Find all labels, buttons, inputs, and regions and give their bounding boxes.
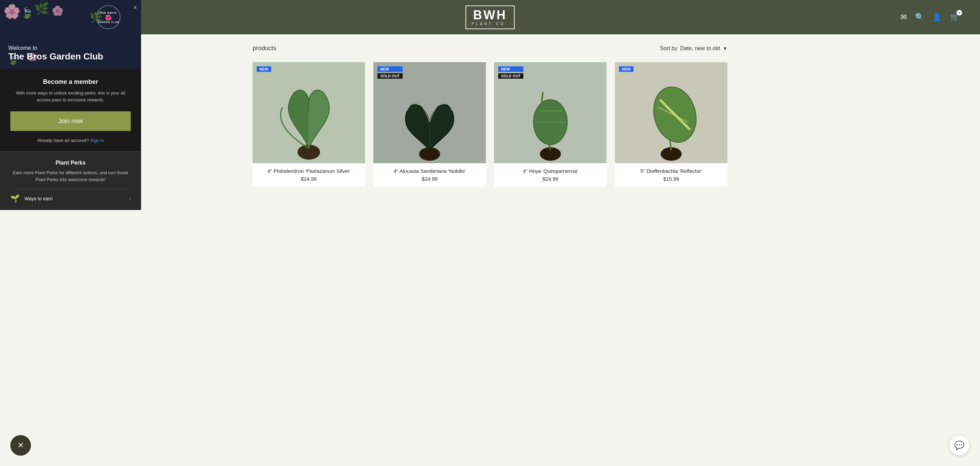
sort-label: Sort by xyxy=(660,45,678,52)
badge-new: NEW xyxy=(498,66,523,72)
sign-in-prefix: Already have an account? xyxy=(37,138,89,143)
membership-card: Become a member With more ways to unlock… xyxy=(0,69,141,151)
logo-letters: BWH xyxy=(473,9,507,21)
product-price: $24.99 xyxy=(256,176,362,182)
perks-description: Earn more Plant Perks for different acti… xyxy=(10,170,131,183)
product-name: 5" Dieffenbachia 'Reflector' xyxy=(618,168,724,174)
perks-ways-to-earn[interactable]: 🌱 Ways to earn › xyxy=(10,189,131,197)
badge-row: NEW xyxy=(619,66,633,72)
site-header: BWH PLANT CO. ✉ 🔍 👤 🛒 0 xyxy=(0,0,980,34)
garden-club-logo: THE BROS 🌺 GARDEN CLUB xyxy=(93,3,124,31)
product-name: 4" Hoya 'Quinquenervia' xyxy=(498,168,603,174)
logo-sub: PLANT CO. xyxy=(472,22,509,26)
sign-in-link[interactable]: Sign in xyxy=(90,138,104,143)
product-card[interactable]: NEW SOLD OUT 4" Alocasia Sanderiana 'Nob… xyxy=(373,62,486,187)
banner-text: Welcome to The Bros Garden Club xyxy=(8,45,103,62)
product-card[interactable]: NEW SOLD OUT 4" Hoya 'Quinquenervia' $24… xyxy=(494,62,607,187)
membership-description: With more ways to unlock exciting perks,… xyxy=(10,90,131,103)
cart-icon[interactable]: 🛒 0 xyxy=(950,13,959,22)
account-icon[interactable]: 👤 xyxy=(932,13,942,22)
product-image xyxy=(615,62,727,163)
badge-sold-out: SOLD OUT xyxy=(498,73,523,79)
product-grid: NEW 4" Philodendron 'Pastazanum Silver' … xyxy=(253,62,727,187)
banner-welcome: Welcome to xyxy=(8,45,103,51)
garden-club-banner: 🌸 🍃 🌿 🌸 🌿 🍃 🌸 THE BROS 🌺 GARDEN CLUB Wel… xyxy=(0,0,141,69)
product-price: $24.99 xyxy=(377,176,482,182)
perks-card: Plant Perks Earn more Plant Perks for di… xyxy=(0,151,141,197)
membership-title: Become a member xyxy=(10,78,131,86)
chevron-right-icon: › xyxy=(129,195,131,197)
search-icon[interactable]: 🔍 xyxy=(915,13,924,22)
products-count: products xyxy=(253,45,276,52)
close-banner-button[interactable]: × xyxy=(133,4,137,11)
product-price: $15.99 xyxy=(618,176,724,182)
header-icons: ✉ 🔍 👤 🛒 0 xyxy=(900,13,959,22)
mail-icon[interactable]: ✉ xyxy=(900,13,907,22)
sign-in-text: Already have an account? Sign in xyxy=(10,138,131,143)
badge-row: NEW SOLD OUT xyxy=(498,66,523,79)
product-image xyxy=(253,62,365,163)
product-name: 4" Philodendron 'Pastazanum Silver' xyxy=(256,168,362,174)
product-card[interactable]: NEW 4" Philodendron 'Pastazanum Silver' … xyxy=(253,62,365,187)
join-now-button[interactable]: Join now xyxy=(10,111,131,131)
badge-row: NEW SOLD OUT xyxy=(377,66,402,79)
badge-sold-out: SOLD OUT xyxy=(377,73,402,79)
perks-earn-icon: 🌱 xyxy=(10,194,20,197)
product-card[interactable]: NEW 5" Dieffenbachia 'Reflector' $15.99 xyxy=(615,62,727,187)
chevron-down-icon: ▼ xyxy=(722,46,727,51)
product-name: 4" Alocasia Sanderiana 'Nobilis' xyxy=(377,168,482,174)
sort-value: Date, new to old xyxy=(680,45,720,52)
perks-item-label: Ways to earn xyxy=(24,196,52,197)
site-logo[interactable]: BWH PLANT CO. xyxy=(466,5,515,29)
cart-badge: 0 xyxy=(956,10,962,16)
perks-title: Plant Perks xyxy=(10,160,131,166)
badge-new: NEW xyxy=(257,66,271,72)
popup-panel: 🌸 🍃 🌿 🌸 🌿 🍃 🌸 THE BROS 🌺 GARDEN CLUB Wel… xyxy=(0,0,141,197)
main-content: products Sort by Date, new to old ▼ xyxy=(232,34,748,197)
banner-title: The Bros Garden Club xyxy=(8,51,103,62)
badge-new: NEW xyxy=(377,66,402,72)
product-price: $24.99 xyxy=(498,176,603,182)
sort-by-control[interactable]: Sort by Date, new to old ▼ xyxy=(660,45,727,52)
products-header: products Sort by Date, new to old ▼ xyxy=(253,45,727,52)
badge-new: NEW xyxy=(619,66,633,72)
badge-row: NEW xyxy=(257,66,271,72)
